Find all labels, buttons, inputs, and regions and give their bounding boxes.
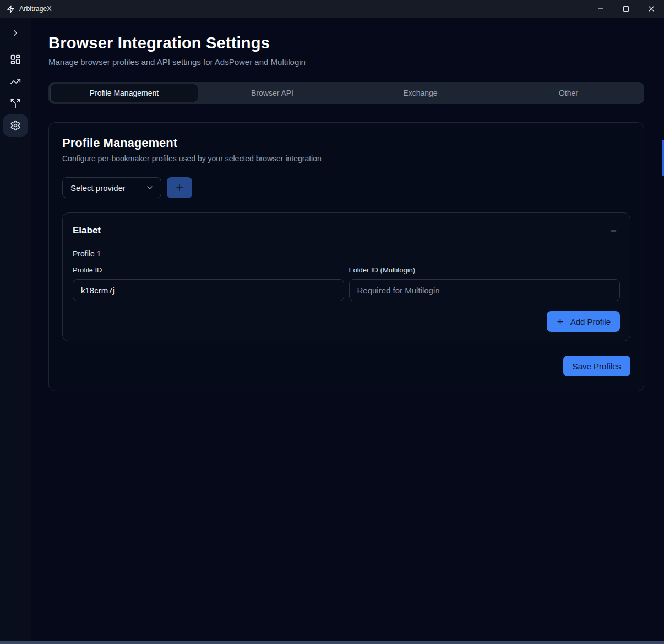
sidebar-item-arbitrage[interactable] [3,92,28,114]
provider-select-value: Select provider [70,183,126,193]
scrollbar-thumb[interactable] [662,140,664,176]
add-provider-button[interactable] [167,177,192,198]
plus-icon [556,318,564,326]
add-profile-button[interactable]: Add Profile [547,311,620,332]
profile-id-input[interactable] [73,279,344,301]
collapse-button[interactable] [607,224,620,237]
profile-id-field-group: Profile ID [73,266,344,301]
bookmaker-name: Elabet [73,225,101,236]
tab-other[interactable]: Other [494,84,643,102]
save-profiles-button[interactable]: Save Profiles [563,356,630,376]
trending-up-icon [10,76,21,87]
page-subtitle: Manage browser profiles and API settings… [48,57,644,67]
save-profiles-label: Save Profiles [573,362,621,371]
main-content: Browser Integration Settings Manage brow… [31,18,664,641]
window-minimize-button[interactable] [588,0,613,18]
taskbar-edge [0,641,664,644]
tab-bar: Profile Management Browser API Exchange … [48,82,644,104]
app-title: ArbitrageX [19,5,52,13]
sidebar-expand-button[interactable] [3,22,28,44]
profile-management-card: Profile Management Configure per-bookmak… [48,122,644,391]
sidebar [0,18,31,641]
bookmaker-card-elabet: Elabet Profile 1 Profile ID Folder ID ( [62,212,630,341]
folder-id-input[interactable] [349,279,621,301]
chevron-right-icon [10,28,20,38]
provider-row: Select provider [62,177,630,198]
tab-profile-management[interactable]: Profile Management [50,84,198,102]
plus-icon [175,183,184,193]
minus-icon [609,227,618,235]
window-close-button[interactable] [639,0,664,18]
titlebar: ArbitrageX [0,0,664,18]
sidebar-item-settings[interactable] [3,114,28,137]
split-arrows-icon [10,98,21,109]
profile-fields: Profile ID Folder ID (Multilogin) [73,266,620,301]
card-title: Profile Management [62,136,630,150]
sidebar-item-dashboard[interactable] [3,48,28,70]
folder-id-label: Folder ID (Multilogin) [349,266,621,274]
app-logo-zap-icon [7,5,15,13]
tab-exchange[interactable]: Exchange [346,84,494,102]
add-profile-label: Add Profile [570,317,611,326]
chevron-down-icon [145,183,154,192]
provider-select[interactable]: Select provider [62,177,161,198]
sidebar-item-trends[interactable] [3,70,28,92]
card-subtitle: Configure per-bookmaker profiles used by… [62,154,630,163]
folder-id-field-group: Folder ID (Multilogin) [349,266,621,301]
tab-browser-api[interactable]: Browser API [198,84,346,102]
window-maximize-button[interactable] [613,0,639,18]
layout-dashboard-icon [10,54,21,65]
profile-index-label: Profile 1 [73,249,620,258]
page-title: Browser Integration Settings [48,34,644,52]
settings-gear-icon [10,120,21,131]
profile-id-label: Profile ID [73,266,344,274]
